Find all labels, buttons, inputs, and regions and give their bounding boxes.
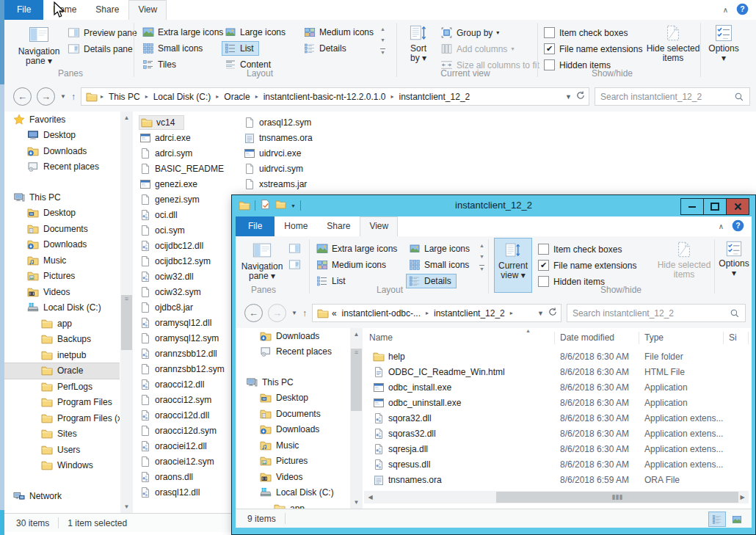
- file-row-odbc-install-exe[interactable]: odbc_install.exe 8/6/2018 6:30 AM Applic…: [364, 379, 749, 395]
- sidebar-item-perflogs[interactable]: PerfLogs: [4, 379, 120, 395]
- address-dropdown-icon[interactable]: ▼: [535, 310, 546, 317]
- sidebar-item-favorites[interactable]: Favorites: [4, 112, 120, 128]
- file-row-odbc-ic-readme-win-html[interactable]: ODBC_IC_Readme_Win.html 8/6/2018 6:30 AM…: [364, 364, 749, 379]
- file-item-vc14[interactable]: vc14: [139, 114, 242, 130]
- scroll-down-icon[interactable]: ▼: [120, 501, 133, 513]
- preview-pane-button[interactable]: Preview pane: [68, 26, 137, 39]
- sidebar-item-videos[interactable]: Videos: [237, 469, 350, 485]
- layout-scroll-arrows[interactable]: ▲▼▼: [380, 26, 385, 55]
- breadcrumb-item[interactable]: instantclient-odbc-...: [340, 308, 423, 319]
- file-item-ociw32-dll[interactable]: ociw32.dll: [139, 269, 242, 284]
- layout-medium-icons[interactable]: Medium icons: [301, 25, 379, 40]
- tab-view[interactable]: View: [360, 216, 398, 236]
- sidebar-item-program-files-x8[interactable]: Program Files (x8: [4, 410, 120, 426]
- file-item-xstreams-jar[interactable]: xstreams.jar: [244, 176, 361, 192]
- layout-extra-large-icons[interactable]: Extra large icons: [313, 241, 402, 256]
- file-item-oraocci12-dll[interactable]: oraocci12.dll: [139, 376, 242, 392]
- forward-button[interactable]: →: [37, 87, 55, 106]
- file-item-ocijdbc12-dll[interactable]: ocijdbc12.dll: [139, 238, 242, 253]
- checkbox-icon[interactable]: ✔: [538, 260, 549, 271]
- sidebar-item-music[interactable]: Music: [237, 437, 350, 454]
- sidebar-item-downloads[interactable]: Downloads: [237, 422, 350, 438]
- layout-large-icons[interactable]: Large icons: [222, 25, 291, 40]
- file-item-oraocci12d-sym[interactable]: oraocci12d.sym: [139, 423, 242, 438]
- column-header-name[interactable]: Name: [364, 332, 555, 344]
- file-item-genezi-sym[interactable]: genezi.sym: [139, 192, 242, 207]
- status-details-view-button[interactable]: [708, 512, 726, 527]
- back-button[interactable]: ←: [244, 304, 263, 322]
- checkbox-file-name-extensions[interactable]: ✔File name extensions: [544, 43, 642, 54]
- file-item-uidrvci-exe[interactable]: uidrvci.exe: [244, 145, 361, 161]
- file-item-orannzsbb12-sym[interactable]: orannzsbb12.sym: [139, 361, 242, 376]
- file-item-oraons-dll[interactable]: oraons.dll: [139, 469, 242, 484]
- breadcrumb-item[interactable]: Local Disk (C:): [151, 92, 214, 102]
- column-header-type[interactable]: Type: [639, 332, 724, 344]
- refresh-button[interactable]: [548, 307, 558, 319]
- file-item-oraocci12d-dll[interactable]: oraocci12d.dll: [139, 407, 242, 423]
- search-box[interactable]: Search instantclient_12_2: [595, 87, 750, 106]
- scroll-down-icon[interactable]: ▼: [350, 496, 363, 509]
- navigation-pane-button[interactable]: Navigationpane ▾: [240, 240, 284, 281]
- file-item-adrci-sym[interactable]: adrci.sym: [139, 145, 242, 161]
- sidebar-item-app[interactable]: app: [237, 501, 350, 509]
- sidebar-item-recent-places[interactable]: Recent places: [237, 344, 350, 360]
- minimize-button[interactable]: [680, 198, 704, 215]
- refresh-button[interactable]: [575, 90, 586, 103]
- qat-properties-button[interactable]: [260, 199, 271, 212]
- file-item-orannzsbb12-dll[interactable]: orannzsbb12.dll: [139, 346, 242, 361]
- qat-new-folder-button[interactable]: [275, 199, 286, 212]
- checkbox-file-name-extensions[interactable]: ✔File name extensions: [538, 260, 636, 271]
- address-dropdown-icon[interactable]: ▼: [563, 93, 574, 101]
- checkbox-item-check-boxes[interactable]: Item check boxes: [544, 27, 628, 38]
- file-item-tnsnames-ora[interactable]: tnsnames.ora: [244, 130, 361, 145]
- navigation-scrollbar[interactable]: ▲ ≡ ▼: [350, 328, 363, 509]
- tab-home[interactable]: Home: [275, 216, 317, 236]
- breadcrumb[interactable]: «instantclient-odbc-...▸instantclient_12…: [312, 304, 561, 322]
- sidebar-item-local-disk-c[interactable]: Local Disk (C:): [4, 300, 120, 316]
- sidebar-item-windows[interactable]: Windows: [4, 458, 120, 474]
- breadcrumb-item[interactable]: instantclient_12_2: [432, 308, 507, 319]
- file-row-odbc-uninstall-exe[interactable]: odbc_uninstall.exe 8/6/2018 6:30 AM Appl…: [364, 395, 749, 410]
- recent-locations-icon[interactable]: ▼: [291, 310, 297, 316]
- file-item-orasql12-dll[interactable]: orasql12.dll: [139, 484, 242, 500]
- status-large-icons-view-button[interactable]: [728, 512, 746, 527]
- forward-button[interactable]: →: [268, 304, 286, 322]
- breadcrumb-prefix[interactable]: «: [330, 308, 338, 319]
- file-item-oraociei12-sym[interactable]: oraociei12.sym: [139, 454, 242, 469]
- sidebar-item-pictures[interactable]: Pictures: [4, 269, 120, 285]
- checkbox-item-check-boxes[interactable]: Item check boxes: [538, 244, 622, 255]
- sidebar-item-local-disk-c[interactable]: Local Disk (C:): [237, 485, 350, 501]
- horizontal-scrollbar[interactable]: ◀ ▮▮▮ ▶: [364, 491, 749, 503]
- scrollbar-thumb[interactable]: ▮▮▮: [496, 492, 738, 503]
- breadcrumb-item[interactable]: Oracle: [222, 92, 252, 102]
- sidebar-item-music[interactable]: Music: [4, 252, 120, 269]
- up-button[interactable]: ↑: [71, 92, 76, 102]
- sidebar-item-pictures[interactable]: Pictures: [237, 454, 350, 470]
- file-item-uidrvci-sym[interactable]: uidrvci.sym: [244, 161, 361, 176]
- back-button[interactable]: ←: [13, 87, 32, 106]
- sidebar-item-desktop[interactable]: Desktop: [4, 205, 120, 222]
- file-item-ociw32-sym[interactable]: ociw32.sym: [139, 284, 242, 299]
- file-item-oraocci12-sym[interactable]: oraocci12.sym: [139, 392, 242, 407]
- sidebar-item-desktop[interactable]: Desktop: [237, 390, 350, 407]
- file-row-sqresus-dll[interactable]: sqresus.dll 8/6/2018 6:30 AM Application…: [364, 456, 749, 472]
- scroll-right-icon[interactable]: ▶: [736, 491, 749, 503]
- file-item-orasql12-sym[interactable]: orasql12.sym: [244, 114, 361, 130]
- options-button[interactable]: Options▾: [705, 23, 743, 63]
- sidebar-item-program-files[interactable]: Program Files: [4, 395, 120, 411]
- file-row-sqora32-dll[interactable]: sqora32.dll 8/6/2018 6:30 AM Application…: [364, 410, 749, 426]
- file-item-adrci-exe[interactable]: adrci.exe: [139, 130, 242, 145]
- help-button[interactable]: ?: [736, 3, 749, 18]
- scrollbar-thumb[interactable]: ≡: [351, 349, 362, 411]
- hide-selected-items-button[interactable]: Hide selecteditems: [644, 23, 702, 63]
- sidebar-item-videos[interactable]: Videos: [4, 284, 120, 300]
- tab-file[interactable]: File: [236, 216, 275, 236]
- breadcrumb-item[interactable]: This PC: [106, 92, 142, 102]
- tab-file[interactable]: File: [4, 0, 43, 20]
- checkbox-icon[interactable]: [538, 244, 549, 255]
- sidebar-item-backups[interactable]: Backups: [4, 332, 120, 348]
- collapse-ribbon-icon[interactable]: ∧: [723, 7, 728, 14]
- breadcrumb-item[interactable]: instantclient-basic-nt-12.2.0.1.0: [261, 92, 388, 102]
- checkbox-icon[interactable]: [544, 27, 555, 38]
- recent-locations-icon[interactable]: ▼: [60, 93, 66, 100]
